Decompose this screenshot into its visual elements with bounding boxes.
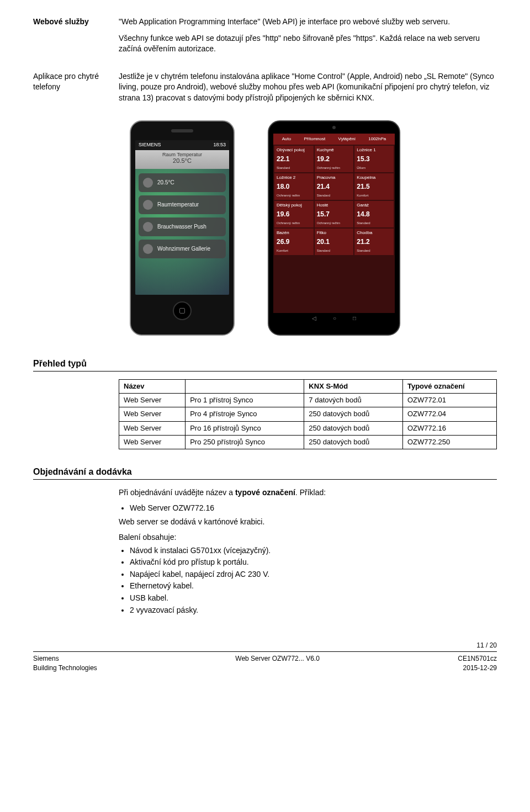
room-cell: Koupelna21.5Komfort [354, 173, 394, 200]
content-apps: Jestliže je v chytrém telefonu instalová… [119, 71, 497, 109]
item-label: Wohnzimmer Gallerie [157, 245, 210, 253]
tablet-grid: Obývací pokoj22.1StandardKuchyně19.2Ochr… [273, 145, 395, 313]
footer-left: Siemens Building Technologies [33, 654, 97, 673]
para-apps: Jestliže je v chytrém telefonu instalová… [119, 71, 497, 104]
footer-right: CE1N5701cz 2015-12-29 [458, 654, 497, 673]
iphone-time: 18:53 [213, 141, 226, 148]
room-cell: Ložnice 115.3Útlum [354, 146, 394, 172]
iphone-item: 20.5°C [139, 173, 226, 192]
list-item: 2 vyvazovací pásky. [130, 605, 497, 616]
footer-siemens: Siemens [33, 654, 97, 664]
item-icon [143, 222, 153, 232]
th-name: Název [119, 379, 186, 393]
table-cell: 250 datových bodů [304, 435, 403, 449]
room-cell: Obývací pokoj22.1Standard [274, 146, 314, 172]
room-cell: Bazén26.9Komfort [274, 229, 314, 255]
iphone-title1: Raum Temperatur [162, 152, 202, 157]
item-icon [143, 178, 153, 188]
tablet-navbar: ◁ ○ □ [273, 313, 395, 324]
table-cell: OZW772.01 [402, 394, 496, 407]
room-cell: Chodba21.2Standard [354, 229, 394, 255]
ordering-intro-c: . Příklad: [295, 488, 326, 497]
list-item: Napájecí kabel, napájecí zdroj AC 230 V. [130, 569, 497, 580]
tablet-header: Auto Přítomnost Vytápění 1002hPa [273, 134, 395, 145]
item-icon [143, 244, 153, 254]
tablet-screen: Auto Přítomnost Vytápění 1002hPa Obývací… [273, 134, 395, 324]
nav-back-icon: ◁ [312, 315, 316, 322]
footer-date: 2015-12-29 [458, 664, 497, 673]
side-label-web-services: Webové služby [33, 17, 119, 60]
list-item: Ethernetový kabel. [130, 581, 497, 592]
table-cell: Pro 1 přístroj Synco [186, 394, 304, 407]
heading-types-overview: Přehled typů [33, 358, 497, 371]
ordering-example: Web Server OZW772.16 [130, 503, 497, 514]
table-cell: OZW772.04 [402, 407, 496, 421]
footer-row: Siemens Building Technologies Web Server… [33, 654, 497, 673]
table-cell: 7 datových bodů [304, 394, 403, 407]
list-item: Návod k instalaci G5701xx (vícejazyčný). [130, 545, 497, 556]
table-row: Web ServerPro 4 přístroje Synco250 datov… [119, 407, 497, 421]
heading-ordering-text: Objednávání a dodávka [33, 467, 132, 476]
room-cell: Ložnice 218.0Ochranný režim [274, 173, 314, 200]
room-cell: Hosté15.7Ochranný režim [315, 201, 354, 227]
side-label-apps: Aplikace pro chytré telefony [33, 71, 119, 109]
content-types: Název KNX S-Mód Typové označení Web Serv… [119, 379, 497, 449]
ordering-contains: Balení obsahuje: [119, 532, 497, 543]
ordering-example-text: Web Server OZW772.16 [130, 503, 214, 512]
side-label-empty-types [33, 379, 119, 449]
table-header-row: Název KNX S-Mód Typové označení [119, 379, 497, 393]
ordering-intro: Při objednávání uvádějte název a typové … [119, 487, 497, 498]
hdr-heating: Vytápění [338, 136, 356, 142]
table-cell: Pro 4 přístroje Synco [186, 407, 304, 421]
footer-docid: CE1N5701cz [458, 654, 497, 664]
content-ordering: Při objednávání uvádějte název a typové … [119, 487, 497, 619]
types-table: Název KNX S-Mód Typové označení Web Serv… [119, 379, 497, 449]
iphone-statusbar: SIEMENS 18:53 [135, 140, 229, 150]
table-cell: Pro 250 přístrojů Synco [186, 435, 304, 449]
page-footer: 11 / 20 Siemens Building Technologies We… [33, 641, 497, 672]
section-web-services: Webové služby "Web Application Programmi… [33, 17, 497, 60]
item-icon [143, 200, 153, 210]
iphone-list: 20.5°C Raumtemperatur Brauchwasser Push … [135, 169, 229, 295]
th-knx: KNX S-Mód [304, 379, 403, 393]
item-label: Brauchwasser Push [157, 223, 206, 231]
ordering-example-list: Web Server OZW772.16 [130, 503, 497, 514]
iphone-item: Brauchwasser Push [139, 217, 226, 236]
iphone-item: Raumtemperatur [139, 195, 226, 214]
para-webapi-http: Všechny funkce web API se dotazují přes … [119, 33, 497, 55]
section-smartphone-apps: Aplikace pro chytré telefony Jestliže je… [33, 71, 497, 109]
tablet-camera [332, 126, 336, 129]
table-row: Web ServerPro 1 přístroj Synco7 datových… [119, 394, 497, 407]
section-types: Název KNX S-Mód Typové označení Web Serv… [33, 379, 497, 449]
room-cell: Kuchyně19.2Ochranný režim [315, 146, 354, 172]
table-row: Web ServerPro 250 přístrojů Synco250 dat… [119, 435, 497, 449]
android-tablet-mockup: Auto Přítomnost Vytápění 1002hPa Obývací… [268, 120, 400, 336]
iphone-screen: SIEMENS 18:53 Raum Temperatur 20.5°C 20.… [135, 140, 229, 295]
room-cell: Dětský pokoj19.6Ochranný režim [274, 201, 314, 227]
hdr-presence: Přítomnost [304, 136, 326, 142]
table-cell: Web Server [119, 394, 186, 407]
nav-recent-icon: □ [353, 315, 356, 322]
para-webapi-intro: "Web Application Programming Interface" … [119, 17, 497, 28]
ordering-intro-b: typové označení [235, 488, 295, 497]
ordering-intro-a: Při objednávání uvádějte název a [119, 488, 235, 497]
list-item: Aktivační kód pro přístup k portálu. [130, 557, 497, 568]
table-cell: Web Server [119, 421, 186, 435]
iphone-titlebar: Raum Temperatur 20.5°C [135, 150, 229, 169]
table-cell: Web Server [119, 435, 186, 449]
iphone-item: Wohnzimmer Gallerie [139, 240, 226, 258]
home-square-icon [179, 308, 185, 314]
footer-center: Web Server OZW772... V6.0 [235, 654, 320, 664]
heading-ordering: Objednávání a dodávka [33, 466, 497, 480]
table-cell: 250 datových bodů [304, 421, 403, 435]
table-cell: OZW772.16 [402, 421, 496, 435]
room-cell: Pracovna21.4Standard [315, 173, 354, 200]
iphone-speaker [171, 129, 193, 132]
room-cell: Fitko20.1Standard [315, 229, 354, 255]
footer-bt: Building Technologies [33, 664, 97, 673]
nav-home-icon: ○ [333, 315, 336, 322]
table-cell: Pro 16 přístrojů Synco [186, 421, 304, 435]
room-cell: Garáž14.8Standard [354, 201, 394, 227]
table-row: Web ServerPro 16 přístrojů Synco250 dato… [119, 421, 497, 435]
heading-types-text: Přehled typů [33, 359, 87, 368]
